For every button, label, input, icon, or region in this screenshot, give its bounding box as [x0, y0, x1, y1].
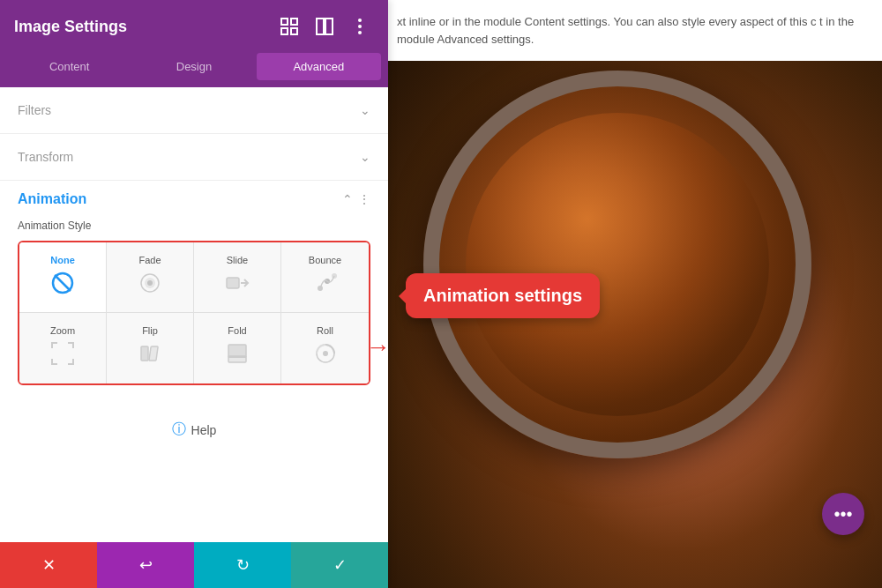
- redo-icon: ↻: [236, 555, 250, 575]
- filters-chevron-icon: ⌄: [360, 103, 370, 117]
- spice-inner: [466, 113, 769, 416]
- animation-fade-icon: [138, 271, 162, 301]
- svg-point-8: [358, 31, 362, 34]
- animation-title: Animation: [18, 191, 86, 207]
- tab-bar: Content Design Advanced: [0, 53, 388, 87]
- panel-body: Filters ⌄ Transform ⌄ Animation ⌃ ⋮ Anim…: [0, 87, 388, 542]
- transform-label: Transform: [18, 150, 73, 164]
- animation-style-label: Animation Style: [18, 220, 370, 232]
- callout-text: Animation settings: [423, 286, 582, 305]
- animation-none[interactable]: None: [19, 242, 107, 313]
- help-label: Help: [191, 423, 217, 437]
- animation-section: Animation ⌃ ⋮ Animation Style None: [0, 181, 388, 403]
- content-text-area: xt inline or in the module Content setti…: [379, 0, 882, 61]
- tab-advanced[interactable]: Advanced: [257, 53, 381, 80]
- animation-more-button[interactable]: ⋮: [358, 192, 370, 206]
- filters-section: Filters ⌄: [0, 87, 388, 134]
- help-area[interactable]: ⓘ Help: [0, 403, 388, 457]
- animation-bounce[interactable]: Bounce: [281, 242, 369, 313]
- animation-flip[interactable]: Flip: [107, 313, 194, 383]
- animation-zoom-label: Zoom: [50, 325, 75, 336]
- animation-slide-icon: [225, 271, 250, 301]
- animation-section-header: Animation ⌃ ⋮: [18, 191, 370, 207]
- animation-controls: ⌃ ⋮: [342, 192, 370, 206]
- svg-rect-14: [227, 278, 239, 288]
- animation-slide[interactable]: Slide: [194, 242, 281, 313]
- bottom-toolbar: ✕ ↩ ↻ ✓: [0, 542, 388, 588]
- svg-point-6: [358, 19, 362, 22]
- animation-none-icon: [50, 271, 75, 301]
- svg-line-10: [55, 275, 71, 291]
- cancel-button[interactable]: ✕: [0, 542, 97, 588]
- focus-icon-button[interactable]: [275, 12, 303, 41]
- tab-design[interactable]: Design: [131, 53, 256, 80]
- animation-zoom[interactable]: Zoom: [19, 313, 107, 383]
- save-icon: ✓: [333, 555, 347, 575]
- animation-roll-label: Roll: [317, 325, 333, 336]
- animation-roll[interactable]: Roll: [281, 313, 369, 383]
- animation-fold-label: Fold: [228, 325, 246, 336]
- animation-settings-callout: Animation settings: [406, 273, 600, 318]
- panel-header: Image Settings: [0, 0, 388, 53]
- animation-style-grid: None Fade: [18, 241, 370, 385]
- svg-rect-0: [281, 19, 288, 25]
- svg-rect-19: [141, 346, 148, 361]
- redo-button[interactable]: ↻: [194, 542, 291, 588]
- help-icon: ⓘ: [172, 421, 186, 439]
- svg-point-25: [323, 351, 328, 356]
- animation-roll-icon: [313, 341, 338, 371]
- animation-flip-label: Flip: [142, 325, 158, 336]
- svg-point-7: [358, 25, 362, 28]
- animation-collapse-button[interactable]: ⌃: [342, 192, 353, 206]
- transform-section: Transform ⌄: [0, 134, 388, 181]
- svg-rect-4: [317, 19, 324, 34]
- svg-rect-1: [291, 19, 297, 25]
- animation-fold[interactable]: Fold: [194, 313, 281, 383]
- cancel-icon: ✕: [42, 555, 56, 575]
- columns-icon-button[interactable]: [310, 12, 339, 41]
- svg-rect-3: [291, 28, 297, 34]
- panel-title: Image Settings: [14, 18, 127, 36]
- animation-bounce-icon: [313, 271, 338, 301]
- svg-rect-21: [228, 345, 246, 357]
- animation-slide-label: Slide: [227, 255, 248, 265]
- transform-section-header[interactable]: Transform ⌄: [0, 134, 388, 180]
- undo-icon: ↩: [139, 555, 153, 575]
- animation-fade-label: Fade: [138, 255, 161, 265]
- tab-content[interactable]: Content: [7, 53, 131, 80]
- svg-rect-5: [325, 19, 333, 34]
- animation-none-label: None: [50, 255, 75, 265]
- svg-rect-2: [281, 28, 288, 34]
- header-icon-group: [275, 12, 374, 41]
- transform-chevron-icon: ⌄: [360, 150, 370, 164]
- callout-arrow: ←: [366, 333, 391, 361]
- animation-fade[interactable]: Fade: [107, 242, 194, 313]
- content-text: xt inline or in the module Content setti…: [397, 15, 854, 46]
- animation-bounce-label: Bounce: [309, 255, 341, 265]
- animation-zoom-icon: [50, 341, 75, 371]
- svg-point-13: [147, 280, 153, 286]
- animation-fold-icon: [225, 341, 250, 371]
- svg-rect-20: [149, 346, 158, 361]
- fab-button[interactable]: •••: [822, 493, 864, 535]
- filters-label: Filters: [18, 103, 51, 117]
- settings-panel: Image Settings Content Design: [0, 0, 388, 588]
- more-options-button[interactable]: [346, 12, 374, 41]
- fab-dots-icon: •••: [833, 504, 852, 525]
- animation-flip-icon: [138, 341, 162, 371]
- bowl-shape: [423, 71, 811, 458]
- undo-button[interactable]: ↩: [97, 542, 194, 588]
- filters-section-header[interactable]: Filters ⌄: [0, 87, 388, 133]
- save-button[interactable]: ✓: [291, 542, 388, 588]
